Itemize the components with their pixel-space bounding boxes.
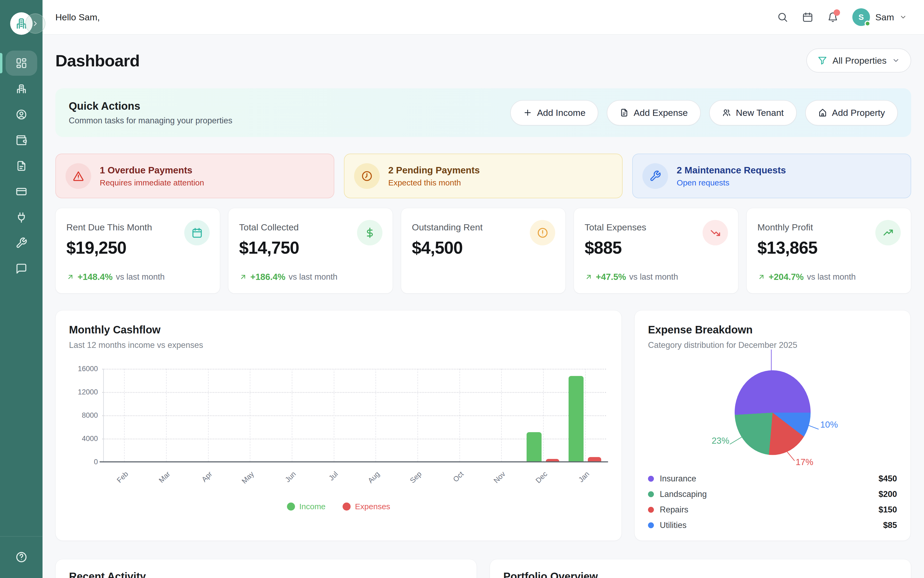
portfolio-overview-card: Portfolio Overview (490, 559, 911, 578)
filter-label: All Properties (833, 55, 887, 66)
recent-activity-card: Recent Activity (55, 559, 477, 578)
greeting-text: Hello Sam, (55, 12, 100, 23)
legend-expenses: Expenses (343, 502, 390, 511)
trend-percent: +148.4% (78, 272, 113, 282)
sidebar-item-messages[interactable] (0, 256, 42, 281)
page-title: Dashboard (55, 51, 139, 70)
trending-down-icon (702, 220, 728, 245)
stat-card-outstanding-rent: Outstanding Rent $4,500 (401, 208, 566, 294)
user-menu[interactable]: S Sam (852, 8, 907, 26)
insurance-dot (648, 476, 654, 482)
credit-card-icon (6, 179, 37, 204)
calendar-icon (184, 220, 210, 245)
building-icon (6, 76, 37, 101)
online-status-dot (865, 21, 871, 26)
stat-card-total-collected: Total Collected $14,750 +186.4% vs last … (228, 208, 393, 294)
property-filter-dropdown[interactable]: All Properties (806, 49, 911, 73)
top-bar: Hello Sam, S Sam (42, 0, 924, 35)
stat-card-total-expenses: Total Expenses $885 +47.5% vs last month (574, 208, 738, 294)
sidebar-item-properties[interactable] (0, 76, 42, 102)
portfolio-overview-title: Portfolio Overview (503, 570, 898, 578)
sidebar-item-dashboard[interactable] (0, 50, 42, 76)
legend-label: Income (299, 502, 325, 511)
cashflow-title: Monthly Cashflow (69, 324, 160, 336)
add-expense-button[interactable]: Add Expense (607, 100, 701, 125)
sidebar (0, 0, 42, 578)
legend-row-insurance: Insurance $450 (648, 471, 897, 487)
pie-label-repairs: 17% (796, 457, 813, 467)
arrow-up-right-icon (239, 273, 247, 281)
overdue-payments-alert[interactable]: 1 Overdue Payments Requires immediate at… (55, 154, 334, 198)
sidebar-item-maintenance[interactable] (0, 230, 42, 256)
sidebar-item-expenses[interactable] (0, 179, 42, 205)
arrow-up-right-icon (66, 273, 74, 281)
sidebar-item-tenants[interactable] (0, 102, 42, 127)
alert-subtitle: Open requests (676, 178, 786, 187)
sidebar-item-leases[interactable] (0, 153, 42, 179)
sidebar-item-utilities[interactable] (0, 205, 42, 230)
filter-funnel-icon (817, 56, 827, 65)
landscaping-dot (648, 491, 654, 497)
sidebar-item-help[interactable] (0, 545, 42, 570)
expense-legend: Insurance $450 Landscaping $200 Repairs … (648, 471, 897, 533)
charts-row: Monthly Cashflow Last 12 months income v… (55, 310, 911, 541)
bell-icon[interactable] (827, 11, 838, 23)
trending-up-icon (875, 220, 901, 245)
new-tenant-button[interactable]: New Tenant (709, 100, 797, 125)
legend-row-utilities: Utilities $85 (648, 518, 897, 533)
arrow-up-right-icon (585, 273, 593, 281)
legend-income: Income (287, 502, 325, 511)
trend-percent: +186.4% (250, 272, 285, 282)
chevron-down-icon (892, 57, 900, 65)
arrow-up-right-icon (757, 273, 765, 281)
users-icon (722, 108, 731, 117)
pie-label-utilities: 10% (820, 420, 838, 430)
main-content: Dashboard All Properties Quick Actions C… (42, 35, 924, 578)
message-square-icon (6, 256, 37, 281)
plug-icon (6, 205, 37, 230)
home-icon (818, 108, 827, 117)
trend-suffix: vs last month (629, 272, 678, 282)
alert-subtitle: Requires immediate attention (100, 178, 204, 187)
legend-value: $85 (883, 521, 897, 530)
bottom-row: Recent Activity Portfolio Overview (55, 559, 911, 578)
expenses-dot (343, 503, 351, 511)
legend-label: Repairs (660, 505, 688, 515)
cashflow-subtitle: Last 12 months income vs expenses (69, 340, 203, 350)
user-circle-icon (6, 102, 37, 127)
button-label: Add Expense (634, 107, 688, 118)
legend-value: $150 (879, 505, 897, 515)
legend-value: $450 (879, 474, 897, 484)
plus-icon (523, 108, 532, 117)
button-label: New Tenant (736, 107, 784, 118)
alert-triangle-icon (66, 163, 91, 189)
legend-row-repairs: Repairs $150 (648, 502, 897, 518)
search-icon[interactable] (777, 11, 788, 23)
file-text-icon (620, 108, 629, 117)
stat-card-rent-due: Rent Due This Month $19,250 +148.4% vs l… (55, 208, 220, 294)
clock-icon (354, 163, 380, 189)
avatar-initial: S (858, 13, 864, 22)
wrench-icon (6, 231, 37, 255)
repairs-dot (648, 507, 654, 513)
quick-actions-panel: Quick Actions Common tasks for managing … (55, 88, 911, 137)
maintenance-requests-alert[interactable]: 2 Maintenance Requests Open requests (632, 154, 911, 198)
sidebar-item-payments[interactable] (0, 127, 42, 153)
stats-row: Rent Due This Month $19,250 +148.4% vs l… (55, 208, 911, 294)
dollar-icon (357, 220, 382, 245)
calendar-icon[interactable] (802, 11, 813, 23)
legend-label: Landscaping (660, 489, 707, 499)
user-name: Sam (875, 12, 894, 23)
file-text-icon (6, 153, 37, 179)
sidebar-divider (0, 536, 42, 537)
expense-pie-chart (735, 370, 811, 455)
cashflow-plot: 0400080001200016000FebMarAprMayJunJulAug… (103, 369, 606, 462)
add-income-button[interactable]: Add Income (510, 100, 598, 125)
quick-actions-subtitle: Common tasks for managing your propertie… (69, 116, 232, 125)
pending-payments-alert[interactable]: 2 Pending Payments Expected this month (344, 154, 623, 198)
sidebar-collapse-toggle[interactable] (25, 13, 45, 34)
trend-suffix: vs last month (807, 272, 856, 282)
add-property-button[interactable]: Add Property (805, 100, 898, 125)
notification-badge (833, 9, 840, 16)
sidebar-nav (0, 50, 42, 281)
